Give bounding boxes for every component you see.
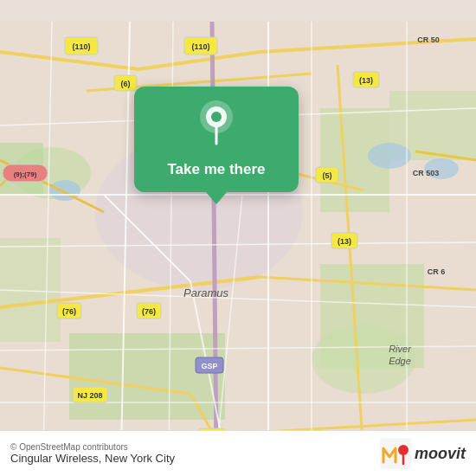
popup-card: Take me there: [134, 87, 299, 192]
pin-icon-container: [198, 100, 235, 149]
svg-text:(110): (110): [191, 42, 209, 51]
svg-text:NJ 208: NJ 208: [77, 391, 102, 400]
svg-point-11: [368, 143, 411, 169]
map-background: (110) (110) CR 50 (6) (13) (9);(79) (5) …: [0, 0, 476, 476]
bottom-left: © OpenStreetMap contributors Cingular Wi…: [10, 442, 175, 465]
location-name: Cingular Wireless, New York City: [10, 452, 175, 465]
map-container: (110) (110) CR 50 (6) (13) (9);(79) (5) …: [0, 0, 476, 476]
svg-text:(13): (13): [359, 76, 373, 85]
svg-text:CR 50: CR 50: [417, 35, 440, 44]
svg-text:(110): (110): [72, 42, 90, 51]
take-me-there-button[interactable]: Take me there: [160, 158, 272, 182]
svg-point-75: [211, 112, 222, 122]
svg-text:GSP: GSP: [201, 362, 217, 370]
svg-text:CR 6: CR 6: [428, 267, 446, 276]
location-pin-icon: [198, 100, 235, 145]
bottom-bar: © OpenStreetMap contributors Cingular Wi…: [0, 430, 476, 476]
svg-text:(76): (76): [142, 307, 156, 316]
moovit-logo[interactable]: moovit: [380, 438, 466, 469]
svg-text:CR 503: CR 503: [413, 169, 440, 177]
svg-text:(13): (13): [338, 237, 351, 246]
copyright-text: © OpenStreetMap contributors: [10, 442, 175, 452]
svg-text:Paramus: Paramus: [183, 286, 229, 299]
svg-text:(9);(79): (9);(79): [14, 170, 37, 178]
svg-point-78: [398, 445, 408, 455]
svg-text:Edge: Edge: [389, 356, 411, 366]
svg-rect-6: [69, 333, 225, 420]
svg-text:(5): (5): [323, 171, 332, 180]
svg-text:(6): (6): [121, 80, 131, 88]
moovit-brand-label: moovit: [415, 445, 466, 463]
svg-text:River: River: [389, 344, 412, 354]
moovit-icon: [380, 438, 411, 469]
svg-text:(76): (76): [62, 307, 76, 316]
